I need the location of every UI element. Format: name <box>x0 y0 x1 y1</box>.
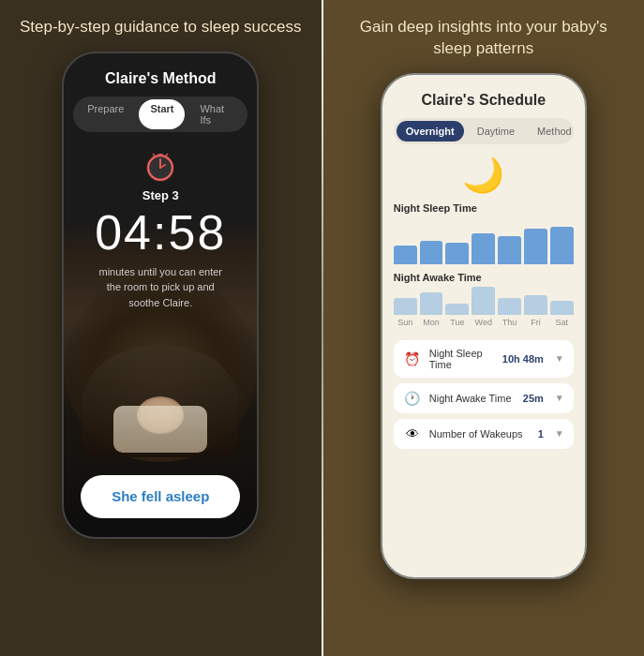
day-sat: Sat <box>550 318 574 327</box>
awake-stat-icon: 🕐 <box>403 391 422 406</box>
stat-sleep-name: Night Sleep Time <box>429 348 495 370</box>
awake-bar-0 <box>394 298 417 315</box>
phone-left: Claire's Method Prepare Start What Ifs S… <box>62 52 259 539</box>
night-awake-label: Night Awake Time <box>394 272 574 283</box>
tab-whatifs[interactable]: What Ifs <box>188 99 245 129</box>
awake-bar-6 <box>550 301 574 315</box>
stat-row-1[interactable]: 🕐 Night Awake Time 25m ▼ <box>394 383 574 413</box>
sleep-chart-section: Night Sleep Time <box>394 202 574 264</box>
moon-icon: 🌙 <box>394 156 574 195</box>
chevron-down-icon-2: ▼ <box>555 428 564 439</box>
tab-overnight[interactable]: Overnight <box>397 121 464 142</box>
method-title: Claire's Method <box>105 70 217 87</box>
day-fri: Fri <box>524 318 547 327</box>
sleep-bar-5 <box>524 229 547 264</box>
fell-asleep-button[interactable]: She fell asleep <box>81 475 240 518</box>
stat-awake-name: Night Awake Time <box>429 393 516 404</box>
left-heading: Step-by-step guidance to sleep success <box>10 17 311 38</box>
wakeup-stat-icon: 👁 <box>403 426 422 441</box>
phone-right: Claire's Schedule Overnight Daytime Meth… <box>381 73 587 579</box>
fell-asleep-label: She fell asleep <box>112 488 209 504</box>
night-sleep-label: Night Sleep Time <box>394 202 574 214</box>
sleep-bar-6 <box>550 227 574 264</box>
schedule-title: Claire's Schedule <box>394 92 574 109</box>
chevron-down-icon-1: ▼ <box>555 393 564 403</box>
awake-bar-1 <box>420 292 443 315</box>
sleep-bar-1 <box>420 241 443 264</box>
awake-chart-section: Night Awake Time Sun Mon Tue Wed Thu <box>394 272 574 333</box>
tab-daytime[interactable]: Daytime <box>468 121 524 142</box>
chevron-down-icon-0: ▼ <box>555 353 564 364</box>
day-labels: Sun Mon Tue Wed Thu Fri Sat <box>394 318 574 327</box>
sleep-bar-2 <box>445 243 469 264</box>
timer-description: minutes until you can enter the room to … <box>73 264 247 311</box>
day-wed: Wed <box>472 318 495 327</box>
right-heading: Gain deep insights into your baby's slee… <box>333 17 636 60</box>
tab-prepare[interactable]: Prepare <box>76 99 135 129</box>
step-label: Step 3 <box>142 188 179 202</box>
svg-line-6 <box>166 154 168 156</box>
day-mon: Mon <box>420 318 443 327</box>
awake-bar-4 <box>498 298 521 315</box>
right-panel: Gain deep insights into your baby's slee… <box>323 0 645 656</box>
sleep-bar-4 <box>498 236 521 264</box>
awake-bar-2 <box>445 304 469 315</box>
stat-row-0[interactable]: ⏰ Night Sleep Time 10h 48m ▼ <box>394 340 574 378</box>
day-thu: Thu <box>498 318 521 327</box>
day-sun: Sun <box>394 318 417 327</box>
method-tab-bar: Prepare Start What Ifs <box>73 97 247 132</box>
stat-wakeup-value: 1 <box>538 428 544 440</box>
awake-bar-3 <box>472 287 495 315</box>
stat-awake-value: 25m <box>523 393 544 404</box>
awake-bar-5 <box>524 295 547 315</box>
left-panel: Step-by-step guidance to sleep success C… <box>0 0 322 656</box>
tab-method[interactable]: Method <box>528 121 581 142</box>
stopwatch-icon <box>142 147 179 185</box>
tab-start[interactable]: Start <box>139 99 185 129</box>
timer-display: 04:58 <box>95 208 226 257</box>
sleep-bar-0 <box>394 246 417 264</box>
stat-row-2[interactable]: 👁 Number of Wakeups 1 ▼ <box>394 419 574 449</box>
phone-left-content: Claire's Method Prepare Start What Ifs S… <box>64 53 257 311</box>
phone-right-inner: Claire's Schedule Overnight Daytime Meth… <box>382 75 585 577</box>
schedule-tab-bar: Overnight Daytime Method <box>394 118 574 144</box>
awake-bar-chart <box>394 287 574 315</box>
stat-sleep-value: 10h 48m <box>502 353 544 365</box>
svg-line-5 <box>153 154 155 156</box>
svg-rect-4 <box>157 154 163 157</box>
day-tue: Tue <box>445 318 469 327</box>
sleep-stat-icon: ⏰ <box>403 351 422 366</box>
sleep-bar-3 <box>472 233 495 264</box>
sleep-bar-chart <box>394 217 574 264</box>
stat-wakeup-name: Number of Wakeups <box>429 428 531 440</box>
